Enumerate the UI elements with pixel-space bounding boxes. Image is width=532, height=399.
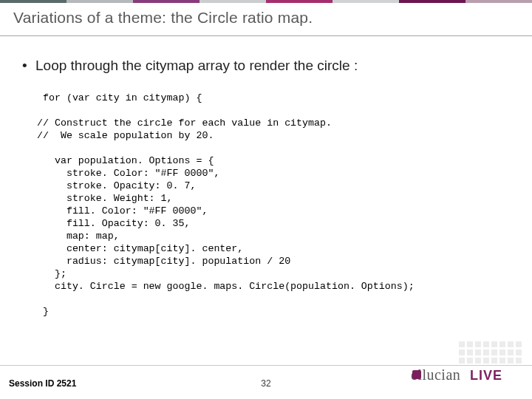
code-block: for (var city in citymap) { // Construct…: [37, 92, 517, 318]
slide-body: •Loop through the citymap array to rende…: [22, 58, 517, 318]
brand-logo: ellucian LIVE: [411, 368, 522, 393]
page-number: 32: [261, 378, 270, 389]
title-rule: [0, 35, 532, 36]
decorative-dots: [459, 341, 522, 364]
logo-dot-icon: [412, 370, 421, 379]
footer: Session ID 2521 32 ellucian LIVE: [0, 365, 532, 399]
logo-suffix: LIVE: [470, 368, 502, 383]
accent-bar: [0, 0, 532, 3]
session-id: Session ID 2521: [9, 378, 76, 389]
bullet-marker: •: [22, 58, 35, 74]
slide-title: Variations of a theme: the Circle ratio …: [13, 9, 525, 27]
bullet-text: Loop through the citymap array to render…: [35, 58, 358, 73]
title-area: Variations of a theme: the Circle ratio …: [13, 9, 525, 27]
slide: Variations of a theme: the Circle ratio …: [0, 0, 532, 399]
bullet-item: •Loop through the citymap array to rende…: [22, 58, 517, 74]
